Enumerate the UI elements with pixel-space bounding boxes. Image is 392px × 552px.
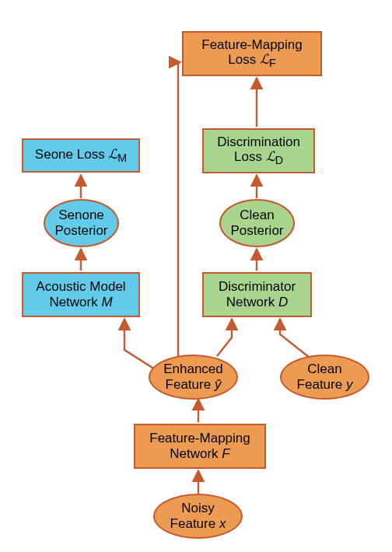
discrimination-loss: DiscriminationLoss ℒD bbox=[202, 128, 315, 173]
discrimination-loss-label: DiscriminationLoss ℒD bbox=[217, 135, 300, 167]
noisy-feature: NoisyFeature x bbox=[153, 494, 243, 539]
diagram-canvas: Feature-MappingLoss ℒF Seone Loss ℒM Dis… bbox=[0, 0, 392, 552]
feature-mapping-loss-label: Feature-MappingLoss ℒF bbox=[201, 37, 302, 70]
seone-loss: Seone Loss ℒM bbox=[22, 138, 140, 173]
noisy-feature-label: NoisyFeature x bbox=[170, 501, 226, 531]
feature-mapping-loss: Feature-MappingLoss ℒF bbox=[182, 31, 322, 76]
senone-posterior-label: SenonePosterior bbox=[54, 208, 107, 238]
clean-posterior: CleanPosterior bbox=[219, 199, 295, 247]
feature-mapping-network: Feature-MappingNetwork F bbox=[134, 424, 266, 469]
feature-mapping-network-label: Feature-MappingNetwork F bbox=[149, 431, 250, 461]
senone-posterior: SenonePosterior bbox=[44, 199, 119, 247]
seone-loss-label: Seone Loss ℒM bbox=[35, 147, 127, 165]
clean-feature-label: CleanFeature y bbox=[297, 362, 353, 392]
acoustic-model-network-label: Acoustic ModelNetwork M bbox=[36, 279, 125, 309]
enhanced-feature: EnhancedFeature ŷ bbox=[149, 355, 238, 400]
clean-feature: CleanFeature y bbox=[280, 355, 369, 400]
enhanced-feature-label: EnhancedFeature ŷ bbox=[163, 362, 223, 392]
clean-posterior-label: CleanPosterior bbox=[230, 208, 283, 238]
acoustic-model-network: Acoustic ModelNetwork M bbox=[22, 272, 140, 317]
discriminator-network: DiscriminatorNetwork D bbox=[202, 272, 312, 317]
discriminator-network-label: DiscriminatorNetwork D bbox=[219, 279, 296, 309]
